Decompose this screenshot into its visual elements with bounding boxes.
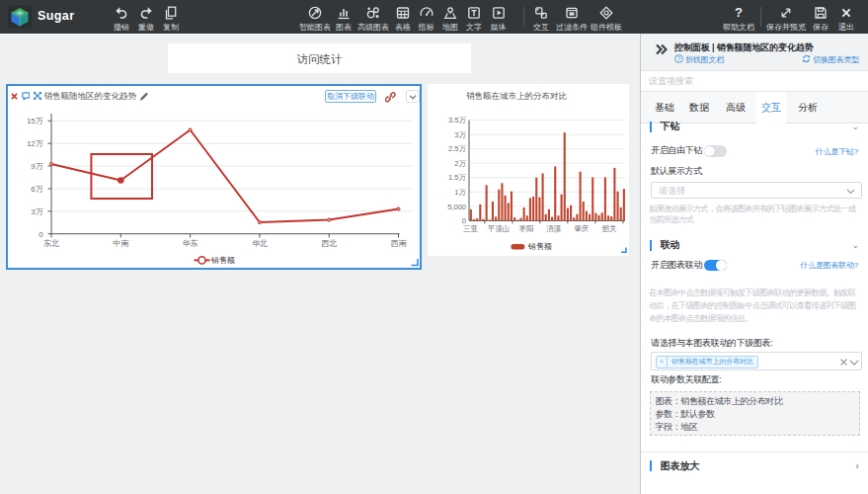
svg-text:肇庆: 肇庆	[574, 224, 590, 233]
svg-text:0: 0	[39, 230, 43, 239]
svg-text:15万: 15万	[27, 117, 43, 125]
svg-text:中南: 中南	[113, 239, 129, 248]
svg-text:12万: 12万	[27, 139, 43, 148]
svg-text:6万: 6万	[31, 185, 42, 194]
svg-text:2.5万: 2.5万	[448, 144, 466, 153]
svg-text:3万: 3万	[31, 207, 42, 216]
svg-text:?: ?	[677, 55, 681, 62]
svg-text:华北: 华北	[252, 239, 268, 248]
svg-text:浯溪: 浯溪	[546, 224, 562, 233]
svg-text:3万: 3万	[454, 130, 466, 139]
svg-text:销售额: 销售额	[527, 242, 552, 251]
svg-text:韶关: 韶关	[601, 224, 617, 233]
svg-text:西北: 西北	[321, 239, 337, 248]
svg-text:西南: 西南	[391, 239, 408, 248]
svg-text:平顶山: 平顶山	[488, 224, 511, 233]
svg-text:2万: 2万	[454, 159, 466, 168]
svg-text:华东: 华东	[183, 239, 198, 248]
svg-text:销售额: 销售额	[210, 256, 235, 265]
svg-text:1.5万: 1.5万	[448, 173, 466, 182]
svg-text:东北: 东北	[43, 239, 59, 248]
svg-text:9万: 9万	[31, 162, 42, 171]
svg-text:5,000: 5,000	[447, 203, 466, 211]
svg-text:三亚: 三亚	[463, 224, 479, 233]
svg-text:3.5万: 3.5万	[448, 116, 466, 124]
svg-text:枣阳: 枣阳	[519, 224, 534, 233]
svg-text:1万: 1万	[454, 188, 466, 197]
